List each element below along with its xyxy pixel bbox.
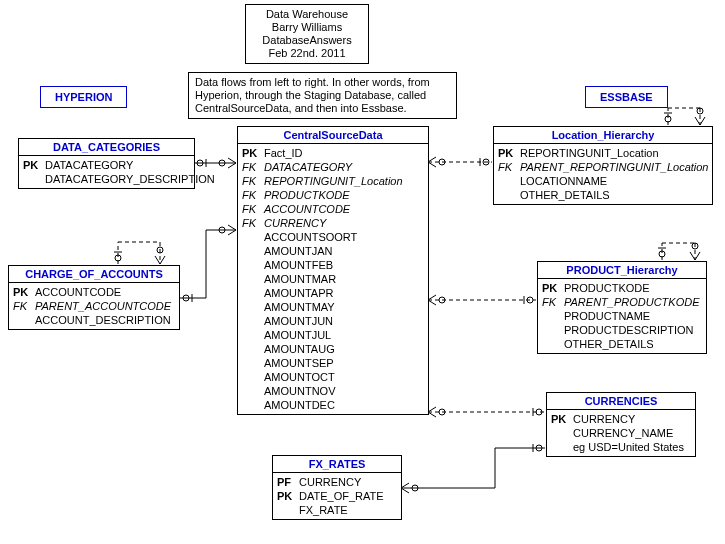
attr-row: FKPARENT_ACCOUNTCODE [13,299,175,313]
attr-row: ACCOUNTSOORT [242,230,424,244]
attr-row: PKREPORTINGUNIT_Location [498,146,708,160]
attr-row: FKDATACATEGORY [242,160,424,174]
svg-point-21 [157,247,163,253]
attr-row: LOCATIONNAME [498,174,708,188]
attr-row: AMOUNTAUG [242,342,424,356]
attr-row: OTHER_DETAILS [542,337,702,351]
attr-row: AMOUNTJAN [242,244,424,258]
attr-row: PKDATACATEGORY [23,158,190,172]
rel-product-self [662,243,695,260]
svg-line-61 [401,483,409,488]
entity-fx-rates: FX_RATES PFCURRENCYPKDATE_OF_RATEFX_RATE [272,455,402,520]
svg-point-45 [659,251,665,257]
attr-row: PKCURRENCY [551,412,691,426]
svg-point-54 [536,409,542,415]
rel-accounts-self [118,242,160,264]
erd-canvas: { "meta": { "line1": "Data Warehouse", "… [0,0,725,544]
attr-row: PFCURRENCY [277,475,397,489]
svg-point-5 [219,160,225,166]
entity-title: Location_Hierarchy [494,127,712,144]
attr-row: OTHER_DETAILS [498,188,708,202]
attr-row: FKREPORTINGUNIT_Location [242,174,424,188]
attr-row: PRODUCTDESCRIPTION [542,323,702,337]
attr-row: eg USD=United States [551,440,691,454]
entity-title: CURRENCIES [547,393,695,410]
flow-note: Data flows from left to right. In other … [188,72,457,119]
svg-line-34 [700,117,705,125]
svg-point-25 [439,159,445,165]
entity-attrs: PKACCOUNTCODEFKPARENT_ACCOUNTCODEACCOUNT… [9,283,179,329]
rel-accounts-self-ends [114,247,165,264]
svg-point-35 [697,108,703,114]
attr-row: AMOUNTJUL [242,328,424,342]
meta-line2: Barry Williams [252,21,362,34]
svg-point-26 [483,159,489,165]
svg-point-40 [527,297,533,303]
attr-row: PKACCOUNTCODE [13,285,175,299]
entity-central-source-data: CentralSourceData PKFact_IDFKDATACATEGOR… [237,126,429,415]
meta-line4: Feb 22nd. 2011 [252,47,362,60]
attr-row: FX_RATE [277,503,397,517]
attr-row: PKFact_ID [242,146,424,160]
attr-row: CURRENCY_NAME [551,426,691,440]
svg-point-9 [183,295,189,301]
entity-attrs: PKFact_IDFKDATACATEGORYFKREPORTINGUNIT_L… [238,144,428,414]
svg-line-38 [428,300,436,305]
entity-data-categories: DATA_CATEGORIES PKDATACATEGORYDATACATEGO… [18,138,195,189]
svg-line-12 [228,230,236,235]
entity-title: PRODUCT_Hierarchy [538,262,706,279]
rel-product-self-ends [658,243,700,260]
entity-product-hierarchy: PRODUCT_Hierarchy PKPRODUCTKODEFKPARENT_… [537,261,707,354]
svg-line-3 [228,158,236,163]
attr-row: AMOUNTJUN [242,314,424,328]
svg-line-19 [155,256,160,264]
entity-attrs: PKREPORTINGUNIT_LocationFKPARENT_REPORTI… [494,144,712,204]
entity-attrs: PKDATACATEGORYDATACATEGORY_DESCRIPTION [19,156,194,188]
rel-datacat-central [194,158,236,168]
rel-central-currencies-ends [428,407,542,417]
svg-line-23 [428,157,436,162]
rel-currencies-fx [401,444,545,493]
svg-line-51 [428,407,436,412]
entity-title: CentralSourceData [238,127,428,144]
essbase-label: ESSBASE [585,86,668,108]
entity-title: FX_RATES [273,456,401,473]
flow-note-text: Data flows from left to right. In other … [195,76,430,114]
svg-line-37 [428,295,436,300]
svg-point-13 [219,227,225,233]
entity-currencies: CURRENCIES PKCURRENCYCURRENCY_NAMEeg USD… [546,392,696,457]
attr-row: PKDATE_OF_RATE [277,489,397,503]
entity-location-hierarchy: Location_Hierarchy PKREPORTINGUNIT_Locat… [493,126,713,205]
svg-point-63 [412,485,418,491]
attr-row: FKCURRENCY [242,216,424,230]
svg-point-17 [115,255,121,261]
attr-row: FKPARENT_REPORTINGUNIT_Location [498,160,708,174]
svg-point-53 [439,409,445,415]
entity-attrs: PKCURRENCYCURRENCY_NAMEeg USD=United Sta… [547,410,695,456]
hyperion-label: HYPERION [40,86,127,108]
meta-box: Data Warehouse Barry Williams DatabaseAn… [245,4,369,64]
attr-row: AMOUNTDEC [242,398,424,412]
svg-line-47 [690,252,695,260]
svg-point-39 [439,297,445,303]
rel-accounts-central [179,225,236,302]
rel-location-self-ends [664,108,705,125]
rel-central-location-ends [428,157,489,167]
svg-line-24 [428,162,436,167]
svg-point-31 [665,116,671,122]
svg-line-62 [401,488,409,493]
attr-row: AMOUNTMAY [242,300,424,314]
svg-point-1 [197,160,203,166]
attr-row: AMOUNTAPR [242,286,424,300]
attr-row: AMOUNTMAR [242,272,424,286]
svg-point-49 [692,243,698,249]
rel-location-self [668,108,700,125]
rel-central-product-ends [428,295,533,305]
svg-line-48 [695,252,700,260]
entity-attrs: PKPRODUCTKODEFKPARENT_PRODUCTKODEPRODUCT… [538,279,706,353]
svg-line-20 [160,256,165,264]
svg-line-52 [428,412,436,417]
attr-row: DATACATEGORY_DESCRIPTION [23,172,190,186]
attr-row: PKPRODUCTKODE [542,281,702,295]
svg-line-4 [228,163,236,168]
